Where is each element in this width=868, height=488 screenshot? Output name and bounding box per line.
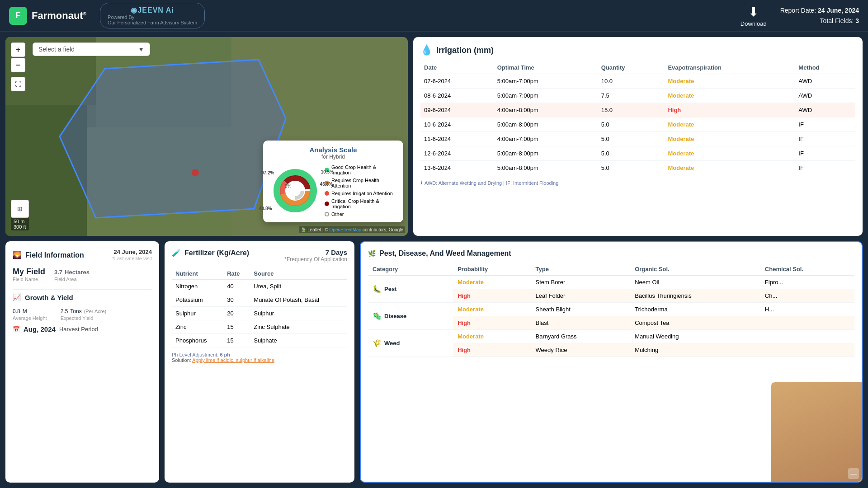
irr-time: 5:00am-7:00pm [494,74,598,89]
calendar-icon: 📅 [13,326,20,333]
cat-name: Weed [384,340,400,347]
field-info-header: 🌄 Field Information 24 June, 2024 *Last … [13,249,152,262]
download-button[interactable]: ⬇ Download [741,5,767,27]
video-overlay: — [771,382,862,482]
irr-time: 5:00am-8:00pm [494,161,598,175]
fert-freq: 7 Days *Frequency Of Application [284,249,347,263]
pest-type: Barnyard Grass [531,330,631,343]
fert-rate: 15 [223,320,250,334]
field-name-stat: My Field Field Name [13,267,45,282]
irr-date: 12-6-2024 [420,146,494,161]
fert-source: Sulphur [250,307,347,320]
legend-item-crop-attention: Requires Crop Health Attention [325,178,396,188]
irrigation-row: 12-6-2024 5:00am-8:00pm 5.0 Moderate IF [420,146,855,161]
pest-type: Weedy Rice [531,343,631,357]
pest-prob: High [453,343,531,357]
pct-458-label: 45.8% [320,182,333,187]
legend-dot-critical [325,202,329,206]
fert-solution-text: Apply lime if acidic, sulphur if alkalin… [192,357,274,363]
fi-title: 🌄 Field Information [13,251,84,259]
field-area-label: Field Area [54,277,90,282]
fert-header-row: Nutrient Rate Source [172,268,347,280]
irr-time: 4:00am-7:00pm [494,132,598,146]
fert-row: Phosphorus 15 Sulphate [172,334,347,347]
zoom-out-button[interactable]: − [11,58,25,72]
pest-organic: Manual Weeding [630,330,760,343]
field-select-label: Select a field [38,46,75,53]
irr-method: IF [795,132,855,146]
irr-method: AWD [795,103,855,117]
fert-header: 🧪 Fertilizer (Kg/Acre) 7 Days *Frequency… [172,249,347,263]
pest-chemical [760,343,854,357]
fert-nutrient: Zinc [172,320,223,334]
fert-row: Sulphur 20 Sulphur [172,307,347,320]
jeevn-badge: ◉JEEVN Ai Powered ByOur Personalized Far… [100,3,205,28]
irr-evap: High [664,103,795,117]
growth-icon: 📈 [13,293,21,301]
irrigation-row: 07-6-2024 5:00am-7:00pm 10.0 Moderate AW… [420,74,855,89]
chevron-down-icon: ▼ [138,46,144,53]
report-info: Report Date: 24 June, 2024 Total Fields:… [780,5,859,26]
irr-qty: 5.0 [598,161,665,175]
donut-chart: 97.2% 10.5% 45.8% 40.8% 5% [270,166,320,216]
yield-stat: 2.5 Tons (Per Acre) Expected Yield [61,306,107,321]
logo-area: F Farmonaut® [9,7,86,25]
map-background: + − ⛶ Select a field ▼ ⊞ 50 m 300 ft [5,37,408,236]
irrigation-row: 13-6-2024 5:00am-8:00pm 5.0 Moderate IF [420,161,855,175]
field-area-value: 3.7 Hectares [54,267,90,277]
irr-date: 07-6-2024 [420,74,494,89]
map-layer-button[interactable]: ⊞ [11,200,29,218]
report-date: Report Date: 24 June, 2024 [780,5,859,15]
pest-organic: Neem Oil [630,276,760,289]
bottom-row: 🌄 Field Information 24 June, 2024 *Last … [5,241,863,483]
field-stats: My Field Field Name 3.7 Hectares Field A… [13,267,152,282]
pest-prob: Moderate [453,276,531,289]
irr-method: IF [795,117,855,132]
irr-date: 10-6-2024 [420,117,494,132]
yield-label: Expected Yield [61,315,107,321]
irr-time: 5:00am-8:00pm [494,146,598,161]
pest-row: 🐛 Pest Moderate Stem Borer Neem Oil Fipr… [368,276,854,289]
irr-method: IF [795,161,855,175]
irrigation-table: Date Optimal Time Quantity Evapotranspir… [420,61,855,175]
fert-nutrient: Phosphorus [172,334,223,347]
cat-name: Disease [384,313,406,319]
irr-qty: 15.0 [598,103,665,117]
logo-icon: F [9,7,27,25]
video-minimize-button[interactable]: — [848,468,859,479]
map-controls: + − ⛶ [11,42,25,91]
legend-dot-other [325,212,329,216]
irr-col-date: Date [420,61,494,74]
header-right: ⬇ Download Report Date: 24 June, 2024 To… [741,5,859,27]
irrigation-header-row: Date Optimal Time Quantity Evapotranspir… [420,61,855,74]
pest-type: Sheath Blight [531,303,631,316]
irr-col-evap: Evapotranspiration [664,61,795,74]
info-icon: ℹ [420,180,422,186]
pest-organic: Mulching [630,343,760,357]
height-stat: 0.8 M Average Height [13,306,47,321]
irr-evap: Moderate [664,117,795,132]
irr-date: 08-6-2024 [420,89,494,103]
irrigation-icon: 💧 [420,44,433,56]
legend-item-good: Good Crop Health & Irrigation [325,164,396,175]
header: F Farmonaut® ◉JEEVN Ai Powered ByOur Per… [0,0,868,32]
fert-col-nutrient: Nutrient [172,268,223,280]
pest-prob: Moderate [453,330,531,343]
fert-source: Zinc Sulphate [250,320,347,334]
fullscreen-button[interactable]: ⛶ [11,77,25,91]
pct-408-label: 40.8% [259,206,272,211]
irr-date: 13-6-2024 [420,161,494,175]
zoom-in-button[interactable]: + [11,42,25,57]
irr-method: AWD [795,89,855,103]
pest-category: 🐛 Pest [368,276,453,303]
pest-type: Stem Borer [531,276,631,289]
harvest-info: 📅 Aug, 2024 Harvest Period [13,325,152,333]
irr-method: IF [795,146,855,161]
irr-evap: Moderate [664,161,795,175]
irrigation-row: 08-6-2024 5:00am-7:00pm 7.5 Moderate AWD [420,89,855,103]
download-label: Download [741,20,767,27]
irr-col-time: Optimal Time [494,61,598,74]
irr-time: 5:00am-8:00pm [494,117,598,132]
pest-header-row: Category Probability Type Organic Sol. C… [368,263,854,276]
field-select-dropdown[interactable]: Select a field ▼ [33,42,150,56]
